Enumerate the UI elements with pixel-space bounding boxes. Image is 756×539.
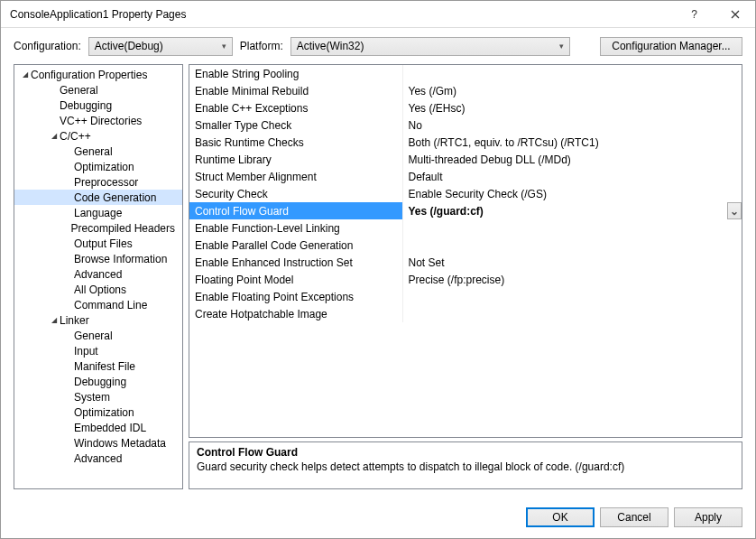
tree-item-label: Command Line [74,299,147,311]
tree-item[interactable]: Advanced [14,266,182,282]
description-title: Control Flow Guard [197,446,734,459]
tree-item[interactable]: All Options [14,282,182,297]
property-row[interactable]: Enable C++ ExceptionsYes (/EHsc) [189,99,742,116]
tree-item[interactable]: Advanced [14,451,182,466]
window-title: ConsoleApplication1 Property Pages [10,8,674,21]
property-value[interactable] [402,219,742,237]
description-text: Guard security check helps detect attemp… [197,460,734,473]
property-value[interactable]: No [402,116,742,134]
close-button[interactable] [715,1,755,28]
tree-item[interactable]: Output Files [14,236,182,251]
tree-item-label: Browse Information [74,253,167,265]
tree-root[interactable]: Configuration Properties [14,67,182,82]
property-value[interactable]: Multi-threaded Debug DLL (/MDd) [402,151,742,168]
property-value[interactable]: Yes (/EHsc) [402,99,742,116]
property-value[interactable]: Not Set [402,254,742,271]
property-row[interactable]: Enable Minimal RebuildYes (/Gm) [189,82,742,99]
property-name: Enable C++ Exceptions [189,99,402,116]
configuration-manager-button[interactable]: Configuration Manager... [600,37,742,56]
property-row[interactable]: Enable Enhanced Instruction SetNot Set [189,254,742,271]
property-row[interactable]: Floating Point ModelPrecise (/fp:precise… [189,271,742,288]
cancel-button[interactable]: Cancel [600,507,668,527]
property-row[interactable]: Enable Floating Point Exceptions [189,288,742,305]
tree-item[interactable]: Browse Information [14,251,182,266]
tree-item-label: Preprocessor [74,176,138,189]
property-value[interactable]: Yes (/Gm) [402,82,742,99]
property-value[interactable]: Yes (/guard:cf)⌄ [402,202,742,219]
property-row[interactable]: Control Flow GuardYes (/guard:cf)⌄ [189,202,742,219]
property-value[interactable]: Both (/RTC1, equiv. to /RTCsu) (/RTC1) [402,134,742,151]
tree-item[interactable]: Linker [14,312,182,328]
tree-item[interactable]: Embedded IDL [14,420,182,435]
tree-item-label: Output Files [74,237,133,250]
ok-button[interactable]: OK [526,507,595,527]
platform-combo[interactable]: Active(Win32) ▾ [290,37,570,56]
tree-item-label: Debugging [74,376,126,388]
property-value[interactable] [402,237,742,254]
property-value[interactable]: Enable Security Check (/GS) [402,185,742,202]
tree-item-label: Manifest File [74,360,135,373]
tree-item[interactable]: VC++ Directories [14,113,182,128]
tree-item[interactable]: General [14,82,182,98]
chevron-down-icon: ▾ [222,42,226,51]
tree-item-label: Advanced [74,452,122,465]
close-icon [731,10,740,19]
property-value[interactable] [402,65,742,82]
property-name: Create Hotpatchable Image [189,305,402,322]
titlebar: ConsoleApplication1 Property Pages ? [1,1,755,28]
tree-item[interactable]: Optimization [14,404,182,420]
tree-item[interactable]: Code Generation [14,190,182,205]
tree-item[interactable]: Precompiled Headers [14,220,182,236]
property-name: Security Check [189,185,402,202]
tree-item[interactable]: Optimization [14,159,182,174]
expand-icon[interactable] [20,70,31,79]
property-row[interactable]: Basic Runtime ChecksBoth (/RTC1, equiv. … [189,134,742,151]
property-row[interactable]: Runtime LibraryMulti-threaded Debug DLL … [189,151,742,168]
tree-item[interactable]: General [14,328,182,343]
help-button[interactable]: ? [674,1,715,28]
tree-item-label: Code Generation [74,191,156,204]
tree-item[interactable]: C/C++ [14,128,182,144]
tree-item-label: General [74,145,113,158]
chevron-down-icon: ▾ [559,42,564,51]
property-value[interactable] [402,288,742,305]
property-value[interactable]: Precise (/fp:precise) [402,271,742,288]
property-value[interactable]: Default [402,168,742,185]
property-grid-wrap: Enable String PoolingEnable Minimal Rebu… [189,64,742,438]
tree-item[interactable]: Debugging [14,374,182,389]
toolbar: Configuration: Active(Debug) ▾ Platform:… [1,28,755,64]
property-row[interactable]: Security CheckEnable Security Check (/GS… [189,185,742,202]
tree-item[interactable]: Manifest File [14,358,182,374]
tree-item-label: Input [74,345,98,358]
tree-scroll[interactable]: Configuration Properties GeneralDebuggin… [14,65,182,488]
configuration-combo[interactable]: Active(Debug) ▾ [88,37,233,56]
tree-item[interactable]: Command Line [14,297,182,312]
tree-item[interactable]: Language [14,205,182,220]
tree-root-label: Configuration Properties [31,69,147,81]
chevron-down-icon: ⌄ [730,205,739,218]
property-row[interactable]: Enable String Pooling [189,65,742,82]
collapse-icon[interactable] [49,132,60,140]
property-row[interactable]: Struct Member AlignmentDefault [189,168,742,185]
dropdown-button[interactable]: ⌄ [727,202,742,219]
tree-item-label: Optimization [74,406,134,419]
property-name: Enable Function-Level Linking [189,219,402,237]
tree-item-label: Advanced [74,268,122,281]
tree-item-label: C/C++ [60,130,91,143]
property-row[interactable]: Enable Function-Level Linking [189,219,742,237]
tree-item-label: Precompiled Headers [71,222,175,235]
property-row[interactable]: Create Hotpatchable Image [189,305,742,322]
tree-item[interactable]: Input [14,343,182,358]
collapse-icon[interactable] [49,316,60,324]
tree-item[interactable]: System [14,389,182,404]
tree-item[interactable]: General [14,144,182,159]
tree-item-label: Optimization [74,161,134,173]
apply-button[interactable]: Apply [674,507,742,527]
property-row[interactable]: Smaller Type CheckNo [189,116,742,134]
property-row[interactable]: Enable Parallel Code Generation [189,237,742,254]
property-value[interactable] [402,305,742,322]
tree-item[interactable]: Windows Metadata [14,435,182,451]
tree-item[interactable]: Preprocessor [14,174,182,190]
tree-item-label: Embedded IDL [74,422,146,434]
tree-item[interactable]: Debugging [14,98,182,113]
